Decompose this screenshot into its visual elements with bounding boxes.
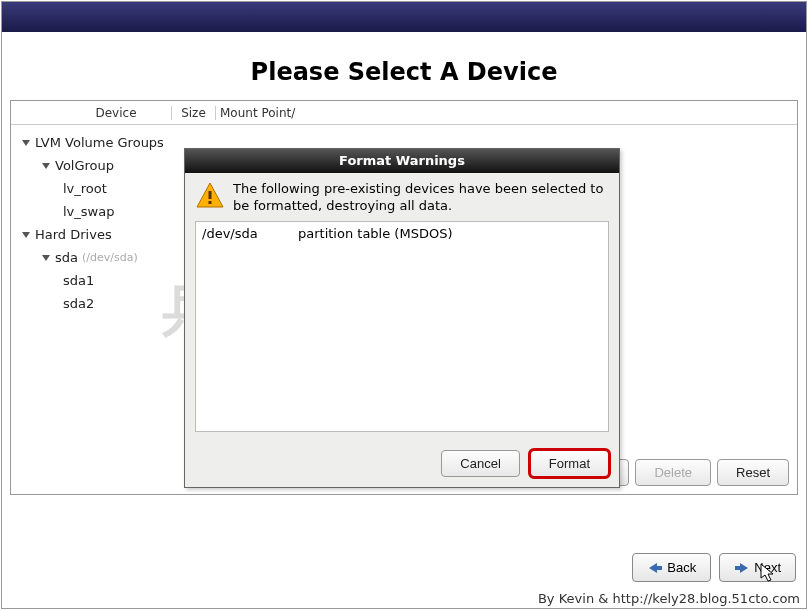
arrow-left-icon <box>647 562 663 574</box>
device-desc: partition table (MSDOS) <box>298 226 452 241</box>
cancel-button[interactable]: Cancel <box>441 450 519 477</box>
footer-credit: By Kevin & http://kely28.blog.51cto.com <box>538 591 800 606</box>
back-button[interactable]: Back <box>632 553 711 582</box>
page-title: Please Select A Device <box>2 32 806 100</box>
reset-button[interactable]: Reset <box>717 459 789 486</box>
next-button[interactable]: Next <box>719 553 796 582</box>
col-size[interactable]: Size <box>171 106 215 120</box>
format-warnings-dialog: Format Warnings The following pre-existi… <box>184 148 620 488</box>
col-device[interactable]: Device <box>61 106 171 120</box>
expand-icon[interactable] <box>21 138 35 148</box>
tree-path: (/dev/sda) <box>82 251 138 264</box>
svg-rect-2 <box>655 566 662 570</box>
format-button[interactable]: Format <box>530 450 609 477</box>
device-list[interactable]: /dev/sda partition table (MSDOS) <box>195 221 609 432</box>
col-mount[interactable]: Mount Point/ <box>215 106 305 120</box>
device-name: /dev/sda <box>202 226 298 241</box>
tree-label: sda2 <box>63 296 94 311</box>
window-top-bar <box>2 2 806 32</box>
tree-label: LVM Volume Groups <box>35 135 164 150</box>
tree-label: Hard Drives <box>35 227 112 242</box>
expand-icon[interactable] <box>41 253 55 263</box>
list-item[interactable]: /dev/sda partition table (MSDOS) <box>202 226 602 241</box>
arrow-right-icon <box>734 562 750 574</box>
tree-label: lv_swap <box>63 204 114 219</box>
expand-icon[interactable] <box>21 230 35 240</box>
expand-icon[interactable] <box>41 161 55 171</box>
dialog-title: Format Warnings <box>185 149 619 173</box>
svg-rect-0 <box>209 191 212 199</box>
warning-icon <box>195 181 225 215</box>
tree-label: lv_root <box>63 181 107 196</box>
back-label: Back <box>667 560 696 575</box>
tree-label: VolGroup <box>55 158 114 173</box>
dialog-message: The following pre-existing devices have … <box>233 181 609 215</box>
delete-button: Delete <box>635 459 711 486</box>
mouse-cursor-icon <box>760 563 776 586</box>
svg-rect-1 <box>209 201 212 204</box>
table-header: Device Size Mount Point/ <box>11 101 797 125</box>
tree-label: sda1 <box>63 273 94 288</box>
tree-label: sda <box>55 250 78 265</box>
